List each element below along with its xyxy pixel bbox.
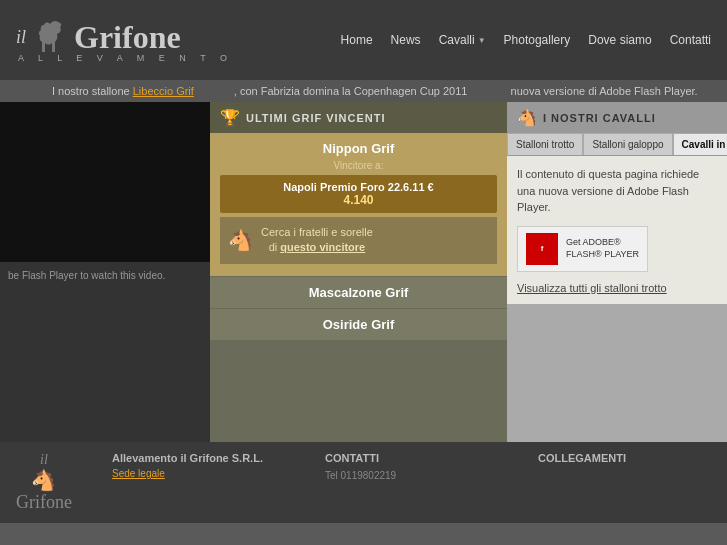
winner-osiride-grif[interactable]: Osiride Grif (210, 308, 507, 340)
footer-logo-grifone: Grifone (16, 492, 72, 513)
logo-area: il Grifone A L L E V A M E N T O (16, 17, 233, 63)
logo-text: il Grifone (16, 17, 181, 57)
winner-mascalzone-grif[interactable]: Mascalzone Grif (210, 276, 507, 308)
adobe-badge: f Get ADOBE® FLASH® PLAYER (517, 226, 648, 272)
ticker-bar: I nostro stallone Libeccio Grif, con Fab… (0, 80, 727, 102)
footer-logo-il: il (40, 452, 48, 468)
logo-horse-icon (30, 17, 70, 57)
footer-collegamenti-heading: COLLEGAMENTI (538, 452, 711, 464)
ticker-link[interactable]: Libeccio Grif (133, 85, 194, 97)
cavalli-content: Il contenuto di questa pagina richiede u… (507, 156, 727, 304)
flash-notice-video: be Flash Player to watch this video. (0, 262, 210, 289)
nav-photogallery[interactable]: Photogallery (504, 33, 571, 47)
nav-dove-siamo[interactable]: Dove siamo (588, 33, 651, 47)
video-panel: be Flash Player to watch this video. (0, 102, 210, 442)
horse-icon: 🐴 (517, 108, 537, 127)
vincita-amount: 4.140 (228, 193, 489, 207)
footer-telefono: Tel 0119802219 (325, 468, 498, 484)
winner-name-2: Mascalzone Grif (220, 285, 497, 300)
grif-vincenti-panel: 🏆 ULTIMI GRIF VINCENTI Nippon Grif Vinci… (210, 102, 507, 442)
nav-news[interactable]: News (391, 33, 421, 47)
ticker-suffix2: nuova versione di Adobe Flash Player. (511, 85, 698, 97)
logo-grifone: Grifone (74, 19, 181, 56)
flash-notice-cavalli: Il contenuto di questa pagina richiede u… (517, 166, 717, 216)
cavalli-title: I NOSTRI CAVALLI (543, 112, 656, 124)
footer: il 🐴 Grifone Allevamento il Grifone S.R.… (0, 442, 727, 523)
footer-contatti-heading: CONTATTI (325, 452, 498, 464)
grif-header: 🏆 ULTIMI GRIF VINCENTI (210, 102, 507, 133)
nav-home[interactable]: Home (341, 33, 373, 47)
trophy-icon: 🏆 (220, 108, 240, 127)
footer-logo: il 🐴 Grifone (16, 452, 72, 513)
adobe-text: Get ADOBE® FLASH® PLAYER (566, 237, 639, 260)
footer-company-name: Allevamento il Grifone S.R.L. (112, 452, 285, 464)
footer-contatti: CONTATTI Tel 0119802219 (325, 452, 498, 484)
chevron-down-icon: ▼ (478, 36, 486, 45)
nav-cavalli[interactable]: Cavalli ▼ (439, 33, 486, 47)
winner-nippon-grif[interactable]: Nippon Grif Vincitore a: Napoli Premio F… (210, 133, 507, 276)
tab-cavalli-vendita[interactable]: Cavalli in vendita (673, 133, 727, 155)
footer-collegamenti: COLLEGAMENTI (538, 452, 711, 468)
nav-contatti[interactable]: Contatti (670, 33, 711, 47)
footer-horse-icon: 🐴 (31, 468, 56, 492)
main-nav: Home News Cavalli ▼ Photogallery Dove si… (341, 33, 711, 47)
cerca-horse-icon: 🐴 (228, 228, 253, 252)
logo-allevamento: A L L E V A M E N T O (18, 53, 233, 63)
cerca-fratelli-box[interactable]: 🐴 Cerca i fratelli e sorelle di questo v… (220, 217, 497, 264)
ticker-prefix: I nostro stallone (52, 85, 133, 97)
vincitore-label: Vincitore a: (220, 160, 497, 171)
grif-title: ULTIMI GRIF VINCENTI (246, 112, 386, 124)
cavalli-panel: 🐴 I NOSTRI CAVALLI Stalloni trotto Stall… (507, 102, 727, 442)
vincita-text: Napoli Premio Foro 22.6.11 € (228, 181, 489, 193)
cavalli-header: 🐴 I NOSTRI CAVALLI (507, 102, 727, 133)
tabs-row: Stalloni trotto Stalloni galoppo Cavalli… (507, 133, 727, 156)
visualizza-stalloni-link[interactable]: Visualizza tutti gli stalloni trotto (517, 282, 717, 294)
main-content: be Flash Player to watch this video. 🏆 U… (0, 102, 727, 442)
logo-il: il (16, 27, 26, 48)
ticker-suffix1: , con Fabrizia domina la Copenhagen Cup … (234, 85, 468, 97)
cerca-text: Cerca i fratelli e sorelle di questo vin… (261, 225, 373, 256)
footer-allevamento: Allevamento il Grifone S.R.L. Sede legal… (112, 452, 285, 479)
video-box (0, 102, 210, 262)
header: il Grifone A L L E V A M E N T O Home Ne… (0, 0, 727, 80)
adobe-flash-icon: f (526, 233, 558, 265)
winner-name-1: Nippon Grif (220, 141, 497, 156)
winner-name-3: Osiride Grif (220, 317, 497, 332)
tab-stalloni-trotto[interactable]: Stalloni trotto (507, 133, 583, 155)
vincita-box: Napoli Premio Foro 22.6.11 € 4.140 (220, 175, 497, 213)
tab-stalloni-galoppo[interactable]: Stalloni galoppo (583, 133, 672, 155)
footer-sede-link[interactable]: Sede legale (112, 468, 285, 479)
